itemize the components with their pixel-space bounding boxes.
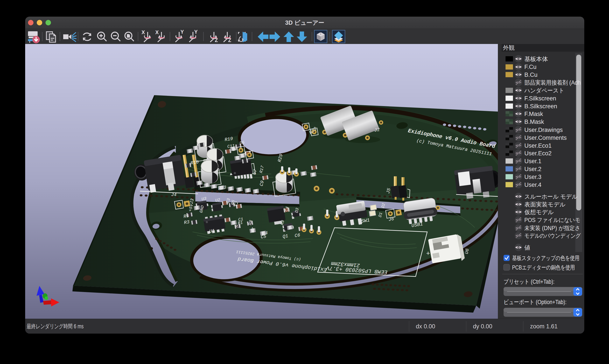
- svg-text:C5: C5: [260, 234, 267, 240]
- svg-text:未実装 (DNP) が指定さ: 未実装 (DNP) が指定さ: [524, 225, 580, 232]
- svg-text:U3: U3: [201, 196, 207, 202]
- svg-text:部品実装用接着剤 (Adh: 部品実装用接着剤 (Adh: [524, 79, 581, 86]
- svg-text:仮想モデル: 仮想モデル: [524, 209, 554, 215]
- svg-text:User.4: User.4: [524, 182, 541, 188]
- svg-text:F.Mask: F.Mask: [524, 111, 543, 117]
- svg-text:スルーホール モデル: スルーホール モデル: [524, 193, 578, 200]
- svg-text:PCBエディターの銅色を使用: PCBエディターの銅色を使用: [512, 264, 575, 271]
- svg-text:J4: J4: [171, 192, 177, 197]
- svg-text:X: X: [142, 29, 145, 35]
- svg-text:U1: U1: [209, 228, 215, 234]
- svg-text:+: +: [426, 250, 430, 258]
- svg-text:Y: Y: [194, 29, 197, 35]
- svg-text:dx 0.00: dx 0.00: [416, 323, 435, 330]
- svg-text:B.Mask: B.Mask: [524, 118, 544, 125]
- svg-text:U2: U2: [215, 197, 220, 203]
- svg-text:B.Silkscreen: B.Silkscreen: [524, 103, 557, 110]
- svg-text:X: X: [155, 29, 159, 35]
- svg-text:R6: R6: [183, 213, 189, 219]
- svg-text:User.Drawings: User.Drawings: [524, 127, 563, 133]
- svg-text:基板本体: 基板本体: [524, 56, 548, 62]
- svg-text:プリセット (Ctrl+Tab):: プリセット (Ctrl+Tab):: [504, 278, 555, 285]
- svg-text:表面実装モデル: 表面実装モデル: [524, 201, 566, 208]
- svg-text:ハンダペースト: ハンダペースト: [524, 87, 564, 94]
- svg-text:User.3: User.3: [524, 174, 541, 180]
- svg-text:J2: J2: [374, 127, 380, 133]
- svg-text:D4: D4: [233, 147, 238, 152]
- svg-text:モデルのバウンディング: モデルのバウンディング: [524, 233, 581, 239]
- svg-text:User.2: User.2: [524, 166, 541, 172]
- svg-text:値: 値: [524, 244, 530, 251]
- svg-text:User.Comments: User.Comments: [524, 134, 567, 141]
- svg-text:F.Cu: F.Cu: [524, 64, 537, 70]
- svg-text:R2: R2: [235, 224, 241, 229]
- svg-text:Y: Y: [181, 29, 184, 35]
- svg-text:dy 0.00: dy 0.00: [473, 323, 492, 330]
- svg-text:最終レンダリング時間 6 ms: 最終レンダリング時間 6 ms: [27, 323, 84, 330]
- svg-text:User.Eco1: User.Eco1: [524, 143, 552, 149]
- svg-text:zoom 1.61: zoom 1.61: [530, 323, 557, 330]
- svg-text:User.1: User.1: [524, 158, 541, 165]
- svg-text:Q1: Q1: [282, 234, 288, 239]
- svg-text:User.Eco2: User.Eco2: [524, 150, 552, 157]
- svg-text:B.Cu: B.Cu: [524, 72, 537, 78]
- svg-text:ビューポート (Option+Tab):: ビューポート (Option+Tab):: [504, 299, 567, 305]
- svg-text:F.Silkscreen: F.Silkscreen: [524, 95, 556, 102]
- svg-text:R3: R3: [183, 220, 190, 225]
- svg-text:C6: C6: [294, 233, 300, 238]
- svg-text:外観: 外観: [503, 44, 515, 51]
- svg-text:基板スタックアップの色を使用: 基板スタックアップの色を使用: [512, 255, 580, 261]
- svg-text:POS ファイルにないモ: POS ファイルにないモ: [524, 217, 580, 223]
- svg-text:J6: J6: [388, 216, 394, 222]
- svg-text:D5: D5: [239, 140, 245, 146]
